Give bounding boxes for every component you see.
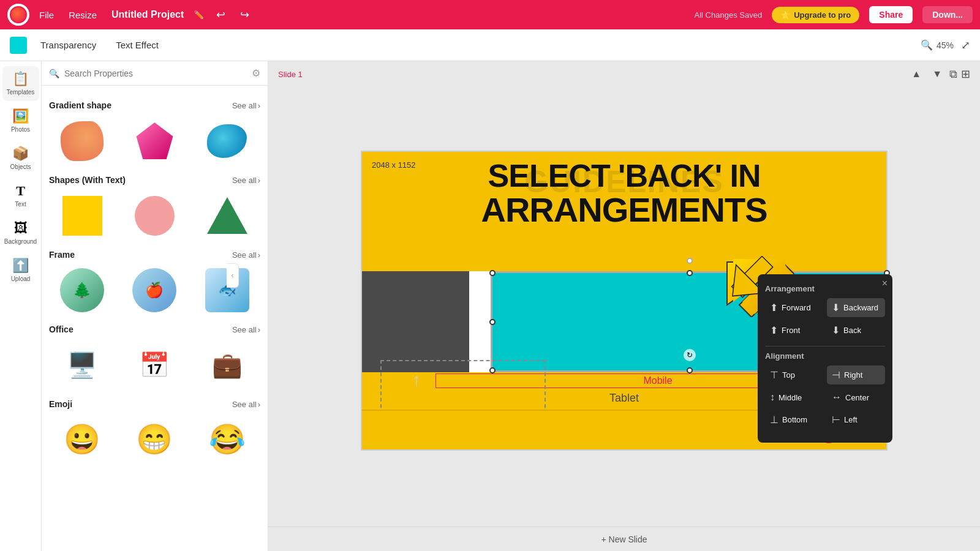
align-center-icon: ↔ — [832, 392, 842, 403]
emoji-see-all[interactable]: See all › — [232, 400, 260, 409]
frame-2[interactable]: 🍎 — [121, 266, 187, 315]
office-monitor[interactable]: 🖥️ — [49, 340, 115, 389]
emoji-laugh[interactable]: 😂 — [194, 415, 260, 464]
resize-menu[interactable]: Resize — [69, 10, 97, 20]
sidebar-item-templates[interactable]: 📋 Templates — [2, 66, 39, 101]
back-button[interactable]: ⬇ Back — [827, 321, 885, 340]
search-icon: 🔍 — [49, 69, 59, 78]
gradient-shape-see-all[interactable]: See all › — [232, 101, 260, 110]
pink-circle-shape[interactable] — [121, 191, 187, 240]
front-icon: ⬆ — [770, 324, 778, 336]
expand-icon[interactable]: ⤢ — [961, 39, 970, 52]
main-slide-text[interactable]: SELECT 'BACK' IN ARRANGEMENTS — [368, 159, 880, 227]
forward-button[interactable]: ⬆ Forward — [765, 298, 823, 317]
saved-status: All Changes Saved — [695, 10, 763, 20]
center-handle[interactable]: ↻ — [684, 349, 696, 361]
sidebar-item-background[interactable]: 🖼 Background — [2, 216, 39, 250]
main-text-line2: ARRANGEMENTS — [368, 193, 880, 227]
sidebar-label-background: Background — [4, 238, 37, 246]
monitor-icon: 🖥️ — [58, 343, 107, 386]
gradient-shape-2[interactable] — [121, 116, 187, 165]
white-strip — [469, 271, 491, 372]
sidebar-label-templates: Templates — [7, 89, 35, 96]
align-left-button[interactable]: ⊢ Left — [827, 410, 885, 429]
zoom-control: 🔍 45% — [921, 39, 954, 51]
align-top-button[interactable]: ⊤ Top — [765, 365, 823, 384]
emoji-grid: 😀 😁 😂 — [49, 415, 260, 464]
rotate-handle[interactable] — [687, 258, 693, 264]
duplicate-slide-button[interactable]: ⧉ — [949, 68, 957, 81]
undo-button[interactable]: ↩ — [214, 6, 228, 24]
green-triangle-shape[interactable] — [194, 191, 260, 240]
chevron-right-icon: › — [258, 101, 260, 110]
selection-handle-tl — [489, 270, 496, 276]
shapes-text-see-all[interactable]: See all › — [232, 176, 260, 185]
align-center-button[interactable]: ↔ Center — [827, 388, 885, 407]
alignment-section: Alignment ⊤ Top ⊣ Right ↕ — [765, 351, 885, 429]
office-see-all[interactable]: See all › — [232, 325, 260, 334]
download-button[interactable]: Down... — [922, 6, 973, 23]
office-section-header: Office See all › — [49, 324, 260, 334]
gradient-shapes-grid — [49, 116, 260, 165]
filter-icon[interactable]: ⚙ — [252, 67, 260, 79]
frame-section-header: Frame See all › — [49, 250, 260, 260]
sidebar-item-text[interactable]: T Text — [2, 178, 39, 213]
backward-button[interactable]: ⬇ Backward — [827, 298, 885, 317]
gradient-shape-3[interactable] — [194, 116, 260, 165]
selection-handle-tm — [687, 270, 693, 276]
sidebar-label-photos: Photos — [11, 126, 30, 133]
align-right-button[interactable]: ⊣ Right — [827, 365, 885, 384]
yellow-square-shape[interactable] — [49, 191, 115, 240]
office-title: Office — [49, 324, 74, 334]
share-button[interactable]: Share — [869, 6, 913, 23]
arrangement-section: Arrangement ⬆ Forward ⬇ Backward — [765, 284, 885, 340]
slide-nav: ▲ ▼ ⧉ ⊞ — [908, 67, 970, 81]
redo-button[interactable]: ↪ — [238, 6, 252, 24]
app-logo[interactable] — [7, 4, 29, 26]
align-middle-button[interactable]: ↕ Middle — [765, 388, 823, 407]
office-calendar[interactable]: 📅 — [121, 340, 187, 389]
selection-handle-ml — [489, 319, 496, 325]
slide-label-bar: Slide 1 ▲ ▼ ⧉ ⊞ — [268, 61, 980, 87]
selection-handle-bm — [687, 367, 693, 373]
sidebar-label-upload: Upload — [11, 276, 31, 283]
chevron-right-icon-2: › — [258, 176, 260, 185]
background-icon: 🖼 — [14, 220, 28, 236]
office-briefcase[interactable]: 💼 — [194, 340, 260, 389]
context-menu-close-button[interactable]: × — [882, 278, 888, 289]
sidebar-item-objects[interactable]: 📦 Objects — [2, 141, 39, 176]
new-slide-bar[interactable]: + New Slide — [268, 527, 980, 551]
frame-1[interactable]: 🌲 — [49, 266, 115, 315]
slide-canvas[interactable]: 2048 x 1152 Guidelines SELECT 'BACK' IN … — [361, 151, 888, 451]
transparency-button[interactable]: Transparency — [34, 36, 102, 54]
upgrade-button[interactable]: ⭐ Upgrade to pro — [772, 7, 859, 23]
emoji-title: Emoji — [49, 399, 72, 409]
sidebar-item-photos[interactable]: 🖼️ Photos — [2, 103, 39, 138]
panel-collapse-button[interactable]: ‹ — [227, 263, 239, 288]
emoji-grin[interactable]: 😀 — [49, 415, 115, 464]
color-swatch[interactable] — [10, 37, 27, 54]
laugh-emoji: 😂 — [205, 418, 249, 462]
sidebar-item-upload[interactable]: ⬆️ Upload — [2, 253, 39, 288]
topbar: File Resize Untitled Project ✏️ ↩ ↪ All … — [0, 0, 980, 29]
new-slide-label: + New Slide — [601, 534, 647, 544]
alignment-title: Alignment — [765, 351, 885, 361]
edit-icon[interactable]: ✏️ — [194, 10, 204, 20]
front-button[interactable]: ⬆ Front — [765, 321, 823, 340]
add-slide-button[interactable]: ⊞ — [961, 67, 970, 81]
align-bottom-button[interactable]: ⊥ Bottom — [765, 410, 823, 429]
frame-see-all[interactable]: See all › — [232, 250, 260, 260]
gradient-shape-1[interactable] — [49, 116, 115, 165]
left-sidebar: 📋 Templates 🖼️ Photos 📦 Objects T Text 🖼… — [0, 61, 42, 551]
slide-down-button[interactable]: ▼ — [929, 67, 946, 81]
main-layout: 📋 Templates 🖼️ Photos 📦 Objects T Text 🖼… — [0, 61, 980, 551]
text-effect-button[interactable]: Text Effect — [110, 36, 165, 54]
file-menu[interactable]: File — [39, 10, 54, 20]
project-title[interactable]: Untitled Project — [111, 9, 184, 20]
search-input[interactable] — [64, 69, 247, 78]
slide-up-button[interactable]: ▲ — [908, 67, 925, 81]
up-arrow-in-sel: ↑ — [412, 370, 421, 390]
emoji-happy[interactable]: 😁 — [121, 415, 187, 464]
main-text-line1: SELECT 'BACK' IN — [368, 159, 880, 193]
search-bar: 🔍 ⚙ — [42, 61, 268, 86]
